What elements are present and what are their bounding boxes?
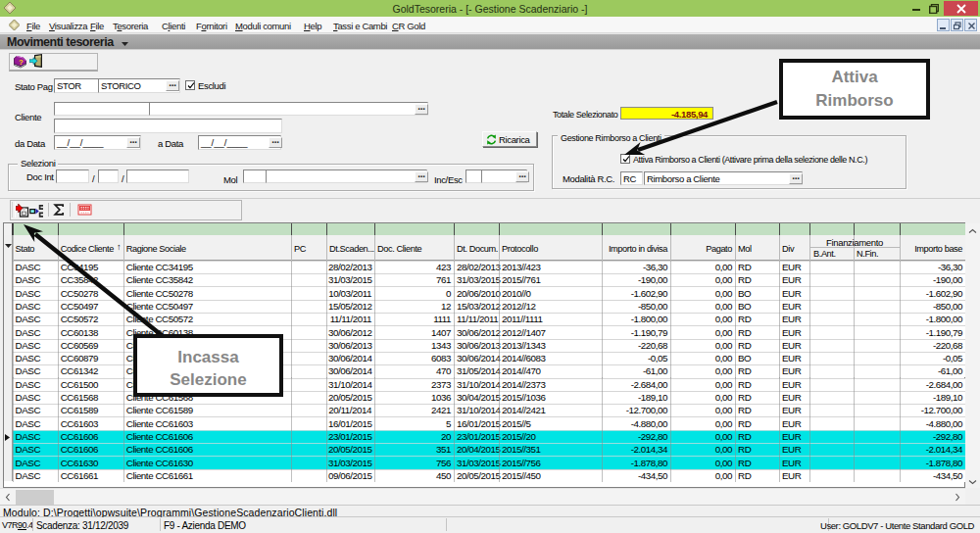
svg-text:?: ? — [19, 58, 24, 67]
